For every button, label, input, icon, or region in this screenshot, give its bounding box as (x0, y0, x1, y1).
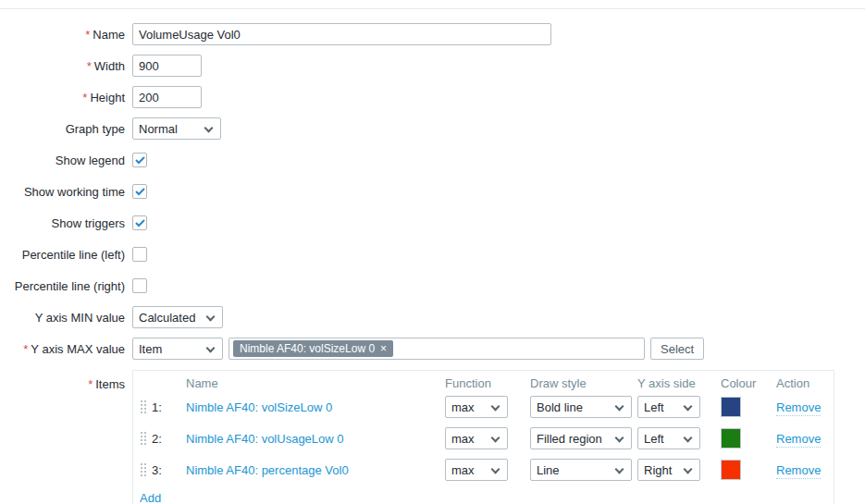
graph-type-selected-value: Normal (139, 122, 178, 136)
graph-type-select[interactable]: Normal (132, 117, 221, 140)
show-legend-checkbox[interactable] (132, 153, 147, 167)
checkmark-icon (135, 156, 145, 165)
chevron-down-icon (491, 465, 500, 474)
draw-style-select[interactable]: Bold line (530, 396, 632, 418)
column-header-colour: Colour (721, 376, 756, 390)
required-asterisk: * (82, 91, 87, 104)
header-divider (0, 8, 865, 9)
items-label: *Items (0, 377, 125, 391)
column-header-draw-style: Draw style (530, 376, 587, 390)
graph-type-label: Graph type (0, 122, 125, 136)
chip-remove-icon[interactable]: × (380, 343, 387, 354)
chevron-down-icon (615, 402, 624, 412)
draw-style-select[interactable]: Filled region (530, 427, 632, 449)
show-triggers-checkbox[interactable] (132, 215, 147, 230)
y-axis-side-select[interactable]: Left (637, 427, 700, 449)
required-asterisk: * (85, 28, 90, 42)
function-select[interactable]: max (445, 396, 508, 418)
show-working-time-label: Show working time (0, 185, 125, 199)
colour-swatch[interactable] (721, 397, 741, 417)
drag-handle-icon[interactable] (141, 463, 147, 477)
y-axis-side-selected-value: Left (644, 432, 664, 446)
remove-item-link[interactable]: Remove (776, 400, 821, 416)
checkmark-icon (135, 188, 145, 196)
draw-style-selected-value: Line (537, 463, 560, 477)
draw-style-selected-value: Filled region (537, 432, 602, 446)
form-row-show-triggers: Show triggers (0, 212, 865, 234)
name-input[interactable] (132, 23, 551, 45)
y-min-selected-value: Calculated (139, 311, 195, 325)
function-selected-value: max (451, 400, 475, 414)
percentile-right-label: Percentile line (right) (0, 279, 125, 293)
chevron-down-icon (204, 124, 214, 133)
y-max-item-multiselect[interactable]: Nimble AF40: volSizeLow 0 × (229, 338, 645, 360)
required-asterisk: * (87, 59, 92, 73)
show-legend-label: Show legend (0, 154, 125, 167)
percentile-left-checkbox[interactable] (132, 247, 147, 262)
function-selected-value: max (451, 432, 475, 446)
height-input[interactable] (132, 86, 202, 108)
required-asterisk: * (23, 342, 28, 356)
colour-swatch[interactable] (721, 428, 741, 449)
item-name-link[interactable]: Nimble AF40: volSizeLow 0 (186, 400, 332, 414)
form-row-width: *Width (0, 55, 865, 77)
y-min-select[interactable]: Calculated (132, 306, 223, 328)
item-row-number: 1: (152, 400, 162, 414)
percentile-right-checkbox[interactable] (132, 278, 147, 293)
drag-handle-icon[interactable] (141, 400, 147, 414)
function-select[interactable]: max (445, 427, 508, 449)
height-label: *Height (0, 91, 125, 104)
item-name-link[interactable]: Nimble AF40: volUsageLow 0 (186, 432, 344, 446)
required-asterisk: * (88, 377, 93, 391)
item-row-3: 3: Nimble AF40: percentage Vol0 max Line… (133, 457, 834, 483)
percentile-left-label: Percentile line (left) (0, 248, 125, 262)
y-axis-side-selected-value: Left (644, 400, 664, 414)
show-working-time-checkbox[interactable] (132, 184, 147, 199)
drag-handle-icon[interactable] (141, 432, 147, 446)
item-row-1: 1: Nimble AF40: volSizeLow 0 max Bold li… (133, 394, 834, 420)
width-label: *Width (0, 59, 125, 73)
remove-item-link[interactable]: Remove (776, 432, 821, 448)
chevron-down-icon (684, 402, 693, 412)
select-item-button[interactable]: Select (650, 338, 704, 360)
chip-label: Nimble AF40: volSizeLow 0 (240, 342, 375, 355)
column-header-name: Name (186, 376, 218, 390)
form-row-show-working-time: Show working time (0, 180, 865, 203)
y-min-label: Y axis MIN value (0, 311, 125, 325)
column-header-function: Function (445, 376, 491, 390)
column-header-y-axis-side: Y axis side (637, 376, 696, 390)
chevron-down-icon (206, 344, 216, 353)
chevron-down-icon (491, 434, 500, 443)
y-max-type-selected-value: Item (139, 342, 162, 356)
chevron-down-icon (615, 465, 624, 474)
chevron-down-icon (491, 402, 500, 412)
chevron-down-icon (206, 313, 216, 322)
chevron-down-icon (684, 465, 693, 474)
form-row-graph-type: Graph type Normal (0, 117, 865, 140)
y-max-type-select[interactable]: Item (132, 338, 223, 360)
form-row-y-min: Y axis MIN value Calculated (0, 306, 865, 328)
y-axis-side-selected-value: Right (644, 463, 672, 477)
form-row-percentile-left: Percentile line (left) (0, 243, 865, 265)
item-row-number: 2: (152, 432, 162, 446)
selected-item-chip: Nimble AF40: volSizeLow 0 × (233, 340, 393, 357)
chevron-down-icon (684, 434, 693, 443)
colour-swatch[interactable] (721, 460, 741, 480)
form-row-percentile-right: Percentile line (right) (0, 275, 865, 297)
width-input[interactable] (132, 55, 202, 77)
column-header-action: Action (776, 376, 809, 390)
name-label: *Name (0, 28, 125, 42)
form-row-show-legend: Show legend (0, 149, 865, 171)
form-row-height: *Height (0, 86, 865, 108)
add-item-link[interactable]: Add (140, 491, 161, 504)
checkmark-icon (135, 219, 145, 227)
function-select[interactable]: max (445, 459, 508, 481)
y-axis-side-select[interactable]: Right (637, 459, 700, 481)
function-selected-value: max (451, 463, 475, 477)
draw-style-select[interactable]: Line (530, 459, 632, 481)
item-name-link[interactable]: Nimble AF40: percentage Vol0 (186, 463, 349, 477)
remove-item-link[interactable]: Remove (776, 463, 821, 479)
show-triggers-label: Show triggers (0, 216, 125, 230)
chevron-down-icon (615, 434, 624, 443)
y-axis-side-select[interactable]: Left (637, 396, 700, 418)
